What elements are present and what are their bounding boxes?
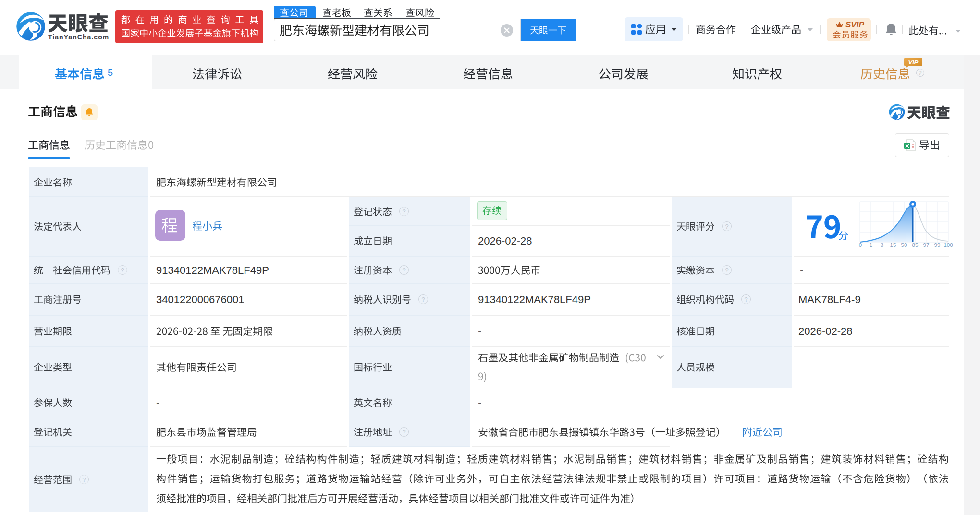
svg-text:0: 0 (859, 242, 862, 248)
svg-text:100: 100 (943, 242, 953, 248)
svg-text:15: 15 (890, 242, 896, 248)
svg-text:97: 97 (923, 242, 930, 248)
svg-text:VIP: VIP (908, 59, 919, 66)
svg-text:3: 3 (881, 242, 883, 248)
svg-text:85: 85 (912, 242, 919, 248)
svg-text:50: 50 (901, 242, 907, 248)
svg-text:99: 99 (934, 242, 941, 248)
svg-text:1: 1 (870, 242, 872, 248)
